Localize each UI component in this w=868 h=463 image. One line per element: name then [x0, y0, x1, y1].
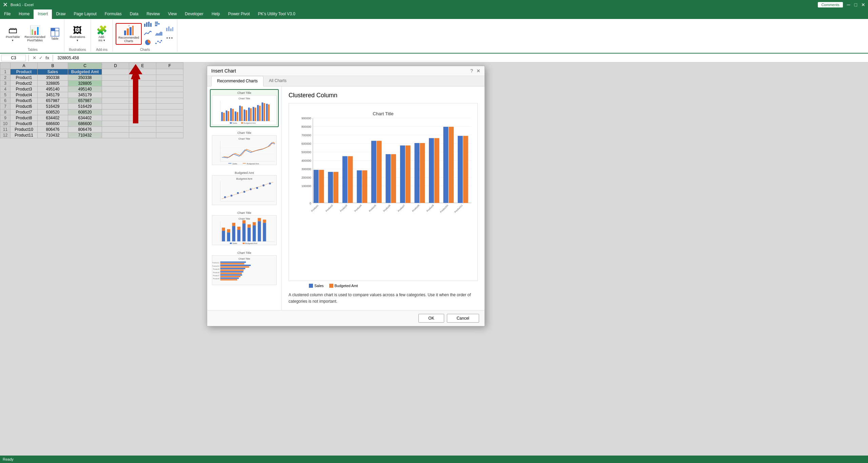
dialog-close-icon[interactable]: ✕	[476, 68, 480, 74]
tab-pk-utility[interactable]: PK's Utility Tool V3.0	[254, 9, 299, 19]
ribbon-tabs: File Home Insert Draw Page Layout Formul…	[0, 9, 868, 19]
illustrations-group-label: Illustrations	[67, 48, 88, 52]
chart-thumb-clustered-column[interactable]: Chart Title Chart Title	[210, 89, 279, 127]
svg-point-19	[157, 41, 159, 42]
svg-rect-165	[391, 154, 396, 203]
svg-rect-114	[220, 266, 249, 268]
cancel-formula-icon[interactable]: ✕	[32, 55, 37, 60]
svg-text:600000: 600000	[301, 142, 311, 145]
svg-rect-16	[155, 25, 157, 26]
svg-text:Product9: Product9	[426, 204, 434, 212]
pie-chart-button[interactable]	[143, 39, 153, 47]
svg-rect-98	[253, 225, 256, 241]
svg-text:Budgeted Amt: Budgeted Amt	[245, 242, 257, 244]
tab-review[interactable]: Review	[142, 9, 164, 19]
thumb5-title: Chart Title	[212, 251, 277, 255]
restore-btn[interactable]: □	[854, 2, 857, 7]
svg-text:Sales: Sales	[233, 122, 237, 124]
svg-line-82	[222, 182, 273, 199]
svg-rect-25	[172, 27, 173, 31]
insert-function-icon[interactable]: fx	[45, 55, 50, 60]
tab-developer[interactable]: Developer	[181, 9, 208, 19]
tab-recommended-charts[interactable]: Recommended Charts	[211, 76, 263, 86]
tab-home[interactable]: Home	[15, 9, 34, 19]
svg-text:Sales: Sales	[233, 163, 237, 165]
svg-text:Budgeted Amt: Budgeted Amt	[236, 177, 253, 180]
ribbon-group-tables: 🗃 PivotTable▾ 📊 RecommendedPivotTables T…	[1, 20, 64, 52]
svg-rect-100	[258, 221, 261, 242]
tab-insert[interactable]: Insert	[34, 9, 52, 19]
area-chart-button[interactable]	[154, 29, 163, 38]
svg-rect-110	[220, 262, 246, 263]
svg-rect-94	[242, 223, 245, 241]
line-chart-button[interactable]	[143, 29, 153, 38]
svg-rect-10	[146, 22, 147, 27]
cell-ref-box[interactable]	[1, 55, 26, 61]
svg-text:400000: 400000	[301, 159, 311, 162]
legend-sales: Sales	[309, 284, 324, 288]
column-chart-button[interactable]	[143, 20, 153, 29]
svg-rect-38	[226, 110, 228, 121]
tab-draw[interactable]: Draw	[52, 9, 70, 19]
chart-thumb-horizontal-bar[interactable]: Chart Title Chart Title Product11 Produc…	[210, 249, 279, 287]
illustrations-button[interactable]: 🖼 Illustrations▾	[67, 25, 88, 43]
recommended-charts-button[interactable]: ? RecommendedCharts	[116, 23, 142, 45]
confirm-formula-icon[interactable]: ✓	[38, 55, 43, 60]
svg-rect-91	[232, 223, 235, 226]
formula-input[interactable]: 328805.458	[56, 55, 867, 61]
svg-point-28	[171, 37, 173, 39]
status-bar: Ready	[0, 456, 868, 463]
svg-text:900000: 900000	[301, 117, 311, 120]
tab-help[interactable]: Help	[208, 9, 224, 19]
thumb4-img: Chart Title	[212, 215, 277, 245]
svg-rect-41	[232, 109, 234, 121]
tab-file[interactable]: File	[0, 9, 15, 19]
svg-text:Product4: Product4	[354, 204, 362, 212]
close-btn[interactable]: ✕	[861, 2, 865, 7]
chart-thumb-scatter[interactable]: Budgeted Amt Budgeted Amt	[210, 169, 279, 207]
recommended-pivottables-button[interactable]: 📊 RecommendedPivotTables	[23, 25, 47, 43]
bar-chart-button[interactable]	[154, 20, 163, 29]
more-charts-button[interactable]	[165, 34, 174, 43]
pivot-table-button[interactable]: 🗃 PivotTable▾	[4, 25, 22, 43]
svg-rect-158	[357, 170, 362, 203]
tab-view[interactable]: View	[164, 9, 181, 19]
tab-page-layout[interactable]: Page Layout	[70, 9, 100, 19]
svg-text:800000: 800000	[301, 125, 311, 128]
chart-thumb-line[interactable]: Chart Title Chart Title	[210, 129, 279, 167]
cancel-button[interactable]: Cancel	[447, 314, 479, 323]
svg-rect-55	[263, 103, 265, 121]
app-title: Book1 - Excel	[11, 3, 34, 7]
svg-point-21	[161, 40, 162, 41]
sparkline-button[interactable]	[165, 25, 174, 34]
minimize-btn[interactable]: ─	[847, 2, 850, 7]
svg-rect-50	[253, 107, 254, 121]
formula-divider: │	[27, 55, 31, 61]
table-button[interactable]: Table	[48, 27, 61, 41]
svg-rect-149	[314, 170, 319, 203]
svg-rect-103	[263, 220, 266, 223]
dialog-help-icon[interactable]: ?	[470, 68, 473, 74]
dialog-controls: ? ✕	[470, 68, 480, 74]
tab-formulas[interactable]: Formulas	[101, 9, 126, 19]
tab-power-pivot[interactable]: Power Pivot	[224, 9, 254, 19]
scatter-chart-button[interactable]	[154, 39, 163, 47]
svg-rect-23	[168, 26, 170, 31]
chart-thumb-stacked-bar[interactable]: Chart Title Chart Title	[210, 209, 279, 247]
ok-button[interactable]: OK	[418, 314, 444, 323]
svg-text:Product7: Product7	[397, 204, 405, 212]
comments-button[interactable]: Comments	[818, 2, 843, 7]
svg-rect-47	[245, 110, 247, 121]
add-ins-button[interactable]: 🧩 Add-ins ▾	[94, 25, 110, 43]
svg-rect-46	[244, 109, 245, 121]
svg-rect-156	[348, 156, 353, 203]
ribbon-group-charts: ? RecommendedCharts	[113, 20, 177, 52]
svg-rect-44	[239, 106, 241, 121]
svg-text:Chart Title: Chart Title	[373, 111, 394, 116]
svg-rect-176	[443, 127, 448, 203]
formula-divider2: │	[52, 55, 55, 61]
chart-type-name: Clustered Column	[289, 92, 478, 99]
tab-all-charts[interactable]: All Charts	[263, 76, 292, 86]
svg-point-20	[159, 42, 161, 43]
tab-data[interactable]: Data	[126, 9, 142, 19]
